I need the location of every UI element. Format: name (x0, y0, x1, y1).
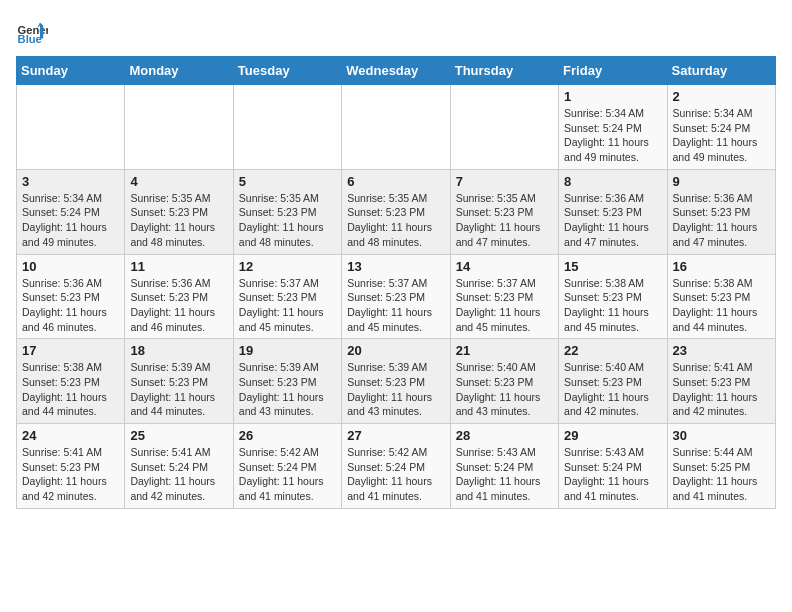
header: General Blue (16, 16, 776, 48)
day-info: Sunrise: 5:35 AM Sunset: 5:23 PM Dayligh… (347, 191, 444, 250)
day-number: 13 (347, 259, 444, 274)
weekday-header-sunday: Sunday (17, 57, 125, 85)
day-info: Sunrise: 5:41 AM Sunset: 5:23 PM Dayligh… (22, 445, 119, 504)
day-number: 10 (22, 259, 119, 274)
day-cell: 29Sunrise: 5:43 AM Sunset: 5:24 PM Dayli… (559, 424, 667, 509)
day-number: 5 (239, 174, 336, 189)
day-cell: 4Sunrise: 5:35 AM Sunset: 5:23 PM Daylig… (125, 169, 233, 254)
day-info: Sunrise: 5:44 AM Sunset: 5:25 PM Dayligh… (673, 445, 770, 504)
day-info: Sunrise: 5:34 AM Sunset: 5:24 PM Dayligh… (564, 106, 661, 165)
week-row-1: 3Sunrise: 5:34 AM Sunset: 5:24 PM Daylig… (17, 169, 776, 254)
weekday-header-wednesday: Wednesday (342, 57, 450, 85)
day-info: Sunrise: 5:36 AM Sunset: 5:23 PM Dayligh… (564, 191, 661, 250)
day-cell: 28Sunrise: 5:43 AM Sunset: 5:24 PM Dayli… (450, 424, 558, 509)
day-info: Sunrise: 5:38 AM Sunset: 5:23 PM Dayligh… (22, 360, 119, 419)
day-number: 11 (130, 259, 227, 274)
day-number: 9 (673, 174, 770, 189)
day-cell: 27Sunrise: 5:42 AM Sunset: 5:24 PM Dayli… (342, 424, 450, 509)
week-row-2: 10Sunrise: 5:36 AM Sunset: 5:23 PM Dayli… (17, 254, 776, 339)
day-info: Sunrise: 5:37 AM Sunset: 5:23 PM Dayligh… (456, 276, 553, 335)
day-cell: 5Sunrise: 5:35 AM Sunset: 5:23 PM Daylig… (233, 169, 341, 254)
day-info: Sunrise: 5:34 AM Sunset: 5:24 PM Dayligh… (673, 106, 770, 165)
day-number: 12 (239, 259, 336, 274)
weekday-header-monday: Monday (125, 57, 233, 85)
day-cell: 18Sunrise: 5:39 AM Sunset: 5:23 PM Dayli… (125, 339, 233, 424)
day-info: Sunrise: 5:39 AM Sunset: 5:23 PM Dayligh… (239, 360, 336, 419)
day-info: Sunrise: 5:38 AM Sunset: 5:23 PM Dayligh… (564, 276, 661, 335)
day-cell: 26Sunrise: 5:42 AM Sunset: 5:24 PM Dayli… (233, 424, 341, 509)
day-cell: 11Sunrise: 5:36 AM Sunset: 5:23 PM Dayli… (125, 254, 233, 339)
day-info: Sunrise: 5:36 AM Sunset: 5:23 PM Dayligh… (22, 276, 119, 335)
day-number: 22 (564, 343, 661, 358)
day-cell: 22Sunrise: 5:40 AM Sunset: 5:23 PM Dayli… (559, 339, 667, 424)
day-info: Sunrise: 5:39 AM Sunset: 5:23 PM Dayligh… (347, 360, 444, 419)
day-cell: 6Sunrise: 5:35 AM Sunset: 5:23 PM Daylig… (342, 169, 450, 254)
day-cell (342, 85, 450, 170)
day-info: Sunrise: 5:37 AM Sunset: 5:23 PM Dayligh… (239, 276, 336, 335)
day-number: 18 (130, 343, 227, 358)
day-cell: 8Sunrise: 5:36 AM Sunset: 5:23 PM Daylig… (559, 169, 667, 254)
day-number: 17 (22, 343, 119, 358)
day-number: 29 (564, 428, 661, 443)
day-cell: 17Sunrise: 5:38 AM Sunset: 5:23 PM Dayli… (17, 339, 125, 424)
day-info: Sunrise: 5:41 AM Sunset: 5:23 PM Dayligh… (673, 360, 770, 419)
day-number: 16 (673, 259, 770, 274)
day-cell: 16Sunrise: 5:38 AM Sunset: 5:23 PM Dayli… (667, 254, 775, 339)
day-number: 6 (347, 174, 444, 189)
day-number: 8 (564, 174, 661, 189)
day-number: 20 (347, 343, 444, 358)
day-cell: 23Sunrise: 5:41 AM Sunset: 5:23 PM Dayli… (667, 339, 775, 424)
day-number: 4 (130, 174, 227, 189)
calendar: SundayMondayTuesdayWednesdayThursdayFrid… (16, 56, 776, 509)
day-info: Sunrise: 5:38 AM Sunset: 5:23 PM Dayligh… (673, 276, 770, 335)
day-cell: 15Sunrise: 5:38 AM Sunset: 5:23 PM Dayli… (559, 254, 667, 339)
day-number: 19 (239, 343, 336, 358)
weekday-header-thursday: Thursday (450, 57, 558, 85)
day-number: 30 (673, 428, 770, 443)
day-cell: 1Sunrise: 5:34 AM Sunset: 5:24 PM Daylig… (559, 85, 667, 170)
day-cell: 12Sunrise: 5:37 AM Sunset: 5:23 PM Dayli… (233, 254, 341, 339)
day-cell: 13Sunrise: 5:37 AM Sunset: 5:23 PM Dayli… (342, 254, 450, 339)
day-info: Sunrise: 5:42 AM Sunset: 5:24 PM Dayligh… (239, 445, 336, 504)
day-number: 26 (239, 428, 336, 443)
day-cell: 19Sunrise: 5:39 AM Sunset: 5:23 PM Dayli… (233, 339, 341, 424)
day-number: 28 (456, 428, 553, 443)
day-number: 14 (456, 259, 553, 274)
week-row-4: 24Sunrise: 5:41 AM Sunset: 5:23 PM Dayli… (17, 424, 776, 509)
day-cell (17, 85, 125, 170)
day-number: 24 (22, 428, 119, 443)
day-number: 23 (673, 343, 770, 358)
day-info: Sunrise: 5:40 AM Sunset: 5:23 PM Dayligh… (456, 360, 553, 419)
week-row-0: 1Sunrise: 5:34 AM Sunset: 5:24 PM Daylig… (17, 85, 776, 170)
day-cell: 21Sunrise: 5:40 AM Sunset: 5:23 PM Dayli… (450, 339, 558, 424)
day-cell: 20Sunrise: 5:39 AM Sunset: 5:23 PM Dayli… (342, 339, 450, 424)
week-row-3: 17Sunrise: 5:38 AM Sunset: 5:23 PM Dayli… (17, 339, 776, 424)
day-info: Sunrise: 5:36 AM Sunset: 5:23 PM Dayligh… (130, 276, 227, 335)
day-info: Sunrise: 5:43 AM Sunset: 5:24 PM Dayligh… (564, 445, 661, 504)
day-cell (125, 85, 233, 170)
day-number: 15 (564, 259, 661, 274)
logo: General Blue (16, 16, 52, 48)
day-info: Sunrise: 5:42 AM Sunset: 5:24 PM Dayligh… (347, 445, 444, 504)
day-cell: 24Sunrise: 5:41 AM Sunset: 5:23 PM Dayli… (17, 424, 125, 509)
day-cell: 2Sunrise: 5:34 AM Sunset: 5:24 PM Daylig… (667, 85, 775, 170)
day-cell (233, 85, 341, 170)
weekday-header-tuesday: Tuesday (233, 57, 341, 85)
day-cell (450, 85, 558, 170)
day-number: 2 (673, 89, 770, 104)
weekday-header-row: SundayMondayTuesdayWednesdayThursdayFrid… (17, 57, 776, 85)
day-number: 1 (564, 89, 661, 104)
day-number: 25 (130, 428, 227, 443)
day-info: Sunrise: 5:34 AM Sunset: 5:24 PM Dayligh… (22, 191, 119, 250)
day-cell: 9Sunrise: 5:36 AM Sunset: 5:23 PM Daylig… (667, 169, 775, 254)
day-number: 27 (347, 428, 444, 443)
day-cell: 3Sunrise: 5:34 AM Sunset: 5:24 PM Daylig… (17, 169, 125, 254)
day-info: Sunrise: 5:35 AM Sunset: 5:23 PM Dayligh… (456, 191, 553, 250)
day-info: Sunrise: 5:43 AM Sunset: 5:24 PM Dayligh… (456, 445, 553, 504)
day-cell: 10Sunrise: 5:36 AM Sunset: 5:23 PM Dayli… (17, 254, 125, 339)
day-number: 3 (22, 174, 119, 189)
day-info: Sunrise: 5:36 AM Sunset: 5:23 PM Dayligh… (673, 191, 770, 250)
day-info: Sunrise: 5:37 AM Sunset: 5:23 PM Dayligh… (347, 276, 444, 335)
day-cell: 30Sunrise: 5:44 AM Sunset: 5:25 PM Dayli… (667, 424, 775, 509)
day-number: 21 (456, 343, 553, 358)
